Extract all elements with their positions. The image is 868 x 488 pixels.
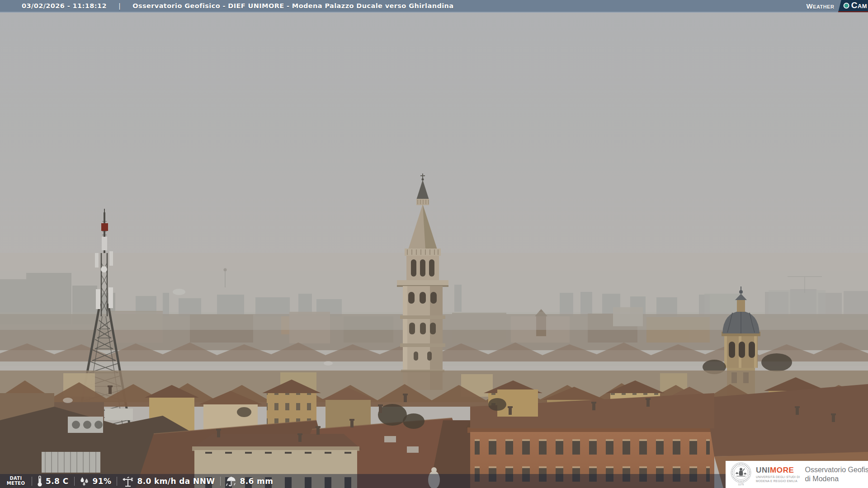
webcam-photo xyxy=(0,0,868,488)
weathercam-cam-box: Cam xyxy=(838,0,868,12)
humidity-drops-icon xyxy=(79,476,90,487)
unimore-crest-icon: 1175 xyxy=(730,462,752,487)
weather-data-label-line1: DATI xyxy=(0,476,32,481)
weather-data-label-line2: METEO xyxy=(0,481,32,486)
unimore-uni-text: UNI xyxy=(756,466,770,474)
wind-value: 8.0 km/h da NNW xyxy=(137,477,215,486)
seal-year: 1175 xyxy=(738,483,745,486)
temperature-value: 5.8 C xyxy=(46,477,69,486)
temperature-item: 5.8 C xyxy=(37,475,69,487)
humidity-value: 91% xyxy=(93,477,112,486)
divider xyxy=(117,477,117,486)
weather-data-label: DATI METEO xyxy=(0,476,32,486)
page-title: Osservatorio Geofisico - DIEF UNIMORE - … xyxy=(132,2,453,9)
umbrella-rain-icon xyxy=(225,475,237,487)
observatory-name-line1: Osservatorio Geofisico xyxy=(805,465,868,474)
weathervane-icon xyxy=(122,475,134,487)
unimore-more-text: MORE xyxy=(770,466,794,474)
observatory-name: Osservatorio Geofisico di Modena xyxy=(805,465,868,483)
weathercam-cam-label: Cam xyxy=(851,0,867,10)
divider xyxy=(74,477,75,486)
rain-item: 8.6 mm xyxy=(225,475,273,487)
thermometer-icon xyxy=(37,475,43,487)
weathercam-logo[interactable]: Weather Cam xyxy=(806,0,868,12)
divider xyxy=(220,477,221,486)
header-separator: | xyxy=(118,2,121,9)
wind-item: 8.0 km/h da NNW xyxy=(122,475,215,487)
unimore-wordmark: UNIMORE UNIVERSITÀ DEGLI STUDI DI MODENA… xyxy=(756,466,800,483)
divider xyxy=(32,477,32,486)
timestamp: 03/02/2026 - 11:18:12 xyxy=(22,2,107,9)
header-bar: 03/02/2026 - 11:18:12 | Osservatorio Geo… xyxy=(0,0,868,13)
weathercam-dot-icon xyxy=(843,3,849,9)
humidity-item: 91% xyxy=(79,476,112,487)
rain-value: 8.6 mm xyxy=(240,477,273,486)
unimore-panel[interactable]: 1175 UNIMORE UNIVERSITÀ DEGLI STUDI DI M… xyxy=(726,461,868,488)
observatory-name-line2: di Modena xyxy=(805,474,868,483)
unimore-subtitle-line1: UNIVERSITÀ DEGLI STUDI DI xyxy=(756,475,800,479)
unimore-subtitle-line2: MODENA E REGGIO EMILIA xyxy=(756,479,800,483)
weathercam-weather-label: Weather xyxy=(806,2,834,10)
